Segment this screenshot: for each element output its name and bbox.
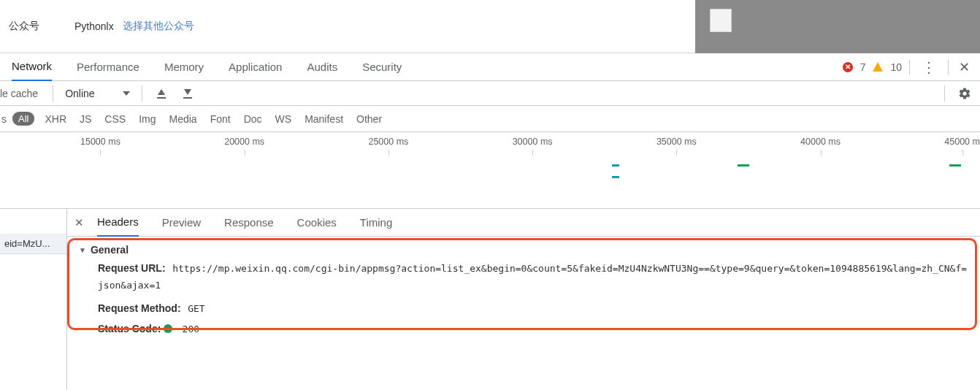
filter-manifest[interactable]: Manifest [305, 113, 343, 125]
request-method-value: GET [183, 303, 204, 314]
timeline-mark [738, 164, 749, 167]
side-panel-bg [695, 0, 980, 53]
request-list: eid=MzU... [0, 209, 67, 390]
tabbar-right: ✕ 7 10 ⋮ ✕ [843, 58, 973, 76]
request-row[interactable]: eid=MzU... [0, 234, 66, 254]
status-dot-icon [164, 324, 172, 333]
request-url-label: Request URL: [98, 262, 166, 274]
throttle-select[interactable]: Online [59, 86, 135, 101]
filter-all[interactable]: All [12, 112, 34, 126]
tab-performance[interactable]: Performance [77, 53, 139, 81]
chevron-down-icon [123, 91, 130, 96]
filter-other[interactable]: Other [356, 113, 382, 125]
upload-icon[interactable] [156, 88, 167, 99]
tick: 40000 ms [800, 137, 841, 147]
detail-tabs: ✕ Headers Preview Response Cookies Timin… [67, 209, 980, 237]
choose-account-link[interactable]: 选择其他公众号 [123, 20, 194, 33]
detail-tab-response[interactable]: Response [224, 209, 274, 237]
detail-tab-timing[interactable]: Timing [360, 209, 392, 237]
request-method-label: Request Method: [98, 302, 181, 314]
filter-ws[interactable]: WS [275, 113, 292, 125]
download-icon[interactable] [182, 88, 194, 99]
detail-tab-headers[interactable]: Headers [97, 209, 139, 237]
network-toolbar: le cache Online [0, 81, 980, 106]
filter-js[interactable]: JS [80, 113, 91, 125]
filter-css[interactable]: CSS [104, 113, 126, 125]
timeline-mark [612, 164, 619, 167]
details-close-icon[interactable]: ✕ [74, 216, 84, 229]
tab-security[interactable]: Security [362, 53, 402, 81]
divider [948, 60, 949, 74]
detail-tab-preview[interactable]: Preview [162, 209, 201, 237]
filter-prefix: s [0, 113, 7, 125]
gear-icon[interactable] [958, 87, 971, 100]
tab-network[interactable]: Network [12, 53, 52, 81]
filter-font[interactable]: Font [210, 113, 231, 125]
divider [909, 60, 910, 74]
request-url-row: Request URL: https://mp.weixin.qq.com/cg… [79, 256, 968, 298]
timeline[interactable]: 15000 ms 20000 ms 25000 ms 30000 ms 3500… [0, 132, 980, 209]
tab-audits[interactable]: Audits [307, 53, 337, 81]
error-icon[interactable]: ✕ [843, 62, 853, 72]
general-section: General Request URL: https://mp.weixin.q… [67, 237, 980, 343]
filter-bar: s All XHR JS CSS Img Media Font Doc WS M… [0, 106, 980, 132]
side-panel-box [710, 9, 732, 32]
cache-label: le cache [0, 88, 47, 99]
page-header: 公众号 Pythonlx 选择其他公众号 [0, 0, 980, 53]
split-panel: eid=MzU... ✕ Headers Preview Response Co… [0, 209, 980, 390]
error-count: 7 [860, 61, 866, 73]
details-panel: ✕ Headers Preview Response Cookies Timin… [67, 209, 980, 390]
kebab-menu-icon[interactable]: ⋮ [917, 58, 941, 76]
filter-img[interactable]: Img [139, 113, 156, 125]
tick: 25000 ms [368, 137, 408, 147]
toolbar-separator [142, 85, 142, 102]
status-code-label: Status Code: [98, 323, 161, 334]
status-code-value: 200 [178, 324, 199, 334]
close-icon[interactable]: ✕ [956, 59, 973, 75]
devtools-tabbar: Network Performance Memory Application A… [0, 53, 980, 81]
tick: 15000 ms [80, 137, 120, 147]
page-label: 公众号 [9, 20, 39, 33]
tick: 20000 ms [224, 137, 264, 147]
request-url-value: https://mp.weixin.qq.com/cgi-bin/appmsg?… [98, 263, 967, 291]
timeline-mark [612, 176, 619, 178]
warning-icon[interactable] [873, 62, 883, 72]
request-method-row: Request Method: GET [79, 298, 968, 318]
filter-xhr[interactable]: XHR [45, 113, 66, 125]
page-account: Pythonlx [74, 20, 114, 32]
timeline-ticks: 15000 ms 20000 ms 25000 ms 30000 ms 3500… [0, 132, 980, 147]
timeline-mark [949, 164, 961, 167]
tab-application[interactable]: Application [229, 53, 282, 81]
general-title[interactable]: General [79, 244, 968, 256]
tick: 35000 ms [656, 137, 697, 147]
toolbar-separator [53, 85, 53, 102]
throttle-value: Online [65, 88, 94, 99]
filter-media[interactable]: Media [169, 113, 197, 125]
tick: 45000 m [944, 137, 980, 147]
detail-tab-cookies[interactable]: Cookies [297, 209, 337, 237]
toolbar-separator [944, 85, 945, 102]
filter-doc[interactable]: Doc [244, 113, 262, 125]
status-code-row: Status Code: 200 [79, 318, 968, 339]
tick: 30000 ms [513, 137, 553, 147]
tab-memory[interactable]: Memory [164, 53, 204, 81]
warning-count: 10 [890, 61, 902, 73]
